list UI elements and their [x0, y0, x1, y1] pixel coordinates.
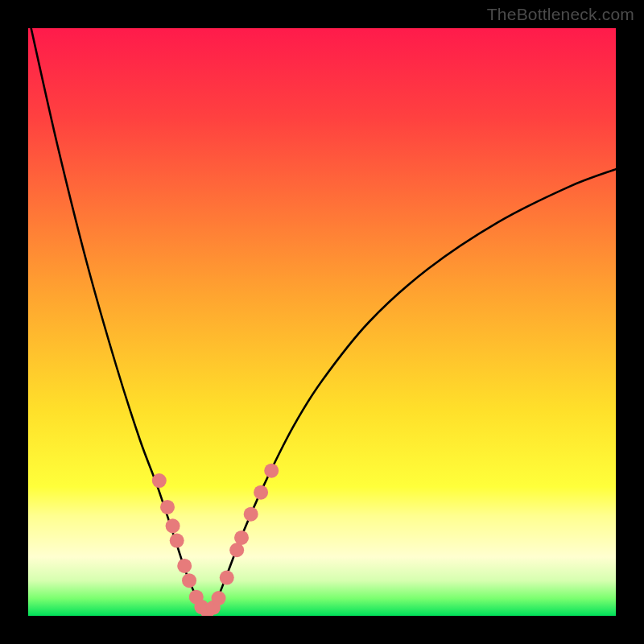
marker-point [152, 473, 167, 488]
marker-point [212, 591, 226, 605]
marker-point [229, 543, 244, 557]
chart-frame: TheBottleneck.com [0, 0, 644, 644]
marker-point [264, 464, 279, 478]
marker-point [182, 573, 196, 588]
marker-point [244, 507, 258, 522]
highlighted-points [152, 464, 279, 616]
marker-point [166, 518, 180, 533]
marker-point [170, 534, 184, 548]
plot-area [28, 28, 616, 616]
marker-point [220, 571, 234, 585]
curve-layer [28, 28, 616, 616]
marker-point [160, 500, 175, 514]
bottleneck-curve [31, 28, 616, 613]
marker-point [234, 530, 249, 545]
watermark: TheBottleneck.com [487, 5, 634, 24]
marker-point [177, 559, 192, 573]
marker-point [254, 485, 268, 500]
